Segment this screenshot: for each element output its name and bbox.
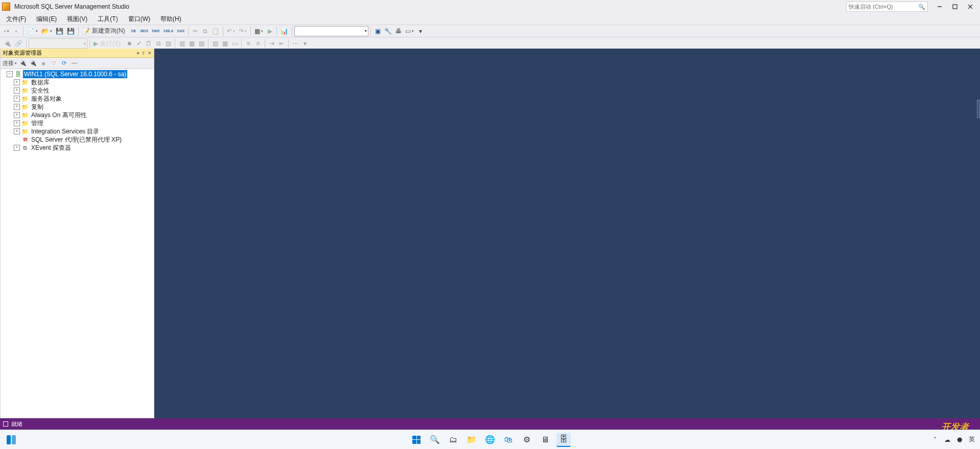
window-position-icon[interactable]: ▾ [137, 51, 139, 56]
task-view-button[interactable]: 🗂 [446, 433, 460, 447]
execute-button[interactable]: ▶ 执行(X) [92, 38, 124, 49]
tree-node-label[interactable]: Always On 高可用性 [30, 111, 88, 119]
expand-icon[interactable]: + [14, 87, 20, 94]
expand-icon[interactable]: + [14, 104, 20, 110]
store-icon[interactable]: 🛍 [501, 433, 516, 447]
dmx-query-icon[interactable]: DMX [150, 26, 161, 36]
estimated-plan-button[interactable]: 🗒 [144, 38, 153, 49]
database-selector[interactable]: ▾ [29, 38, 87, 49]
expand-icon[interactable]: + [14, 79, 20, 85]
new-query-button[interactable]: 📝 新建查询(N) [81, 26, 129, 36]
include-client-stats-button[interactable]: ▧ [197, 38, 206, 49]
minimize-button[interactable] [932, 1, 947, 12]
oe-activity-icon[interactable]: 〰 [70, 59, 78, 68]
oe-disconnect-button[interactable]: 🔌 [19, 59, 27, 68]
specify-values-button[interactable]: ⋯ [291, 38, 300, 49]
tree-node[interactable]: +📁安全性 [2, 86, 154, 95]
tree-node-label[interactable]: 服务器对象 [30, 95, 63, 103]
tray-chevron-icon[interactable]: ˄ [931, 436, 939, 444]
expand-icon[interactable]: + [14, 120, 20, 126]
pin-icon[interactable]: ⇧ [142, 51, 146, 56]
oe-refresh-button[interactable]: ⟳ [60, 59, 68, 68]
activity-monitor-button[interactable]: 📊 [279, 26, 290, 36]
object-explorer-titlebar[interactable]: 对象资源管理器 ▾ ⇧ ✕ [1, 49, 154, 58]
registered-servers-button[interactable]: ▣ [373, 26, 382, 36]
tree-node-label[interactable]: 管理 [30, 119, 44, 127]
oe-filter-button[interactable]: ▽ [50, 59, 58, 68]
connect-button[interactable]: 🔌 [2, 38, 13, 49]
indent-button[interactable]: ⇥ [267, 38, 276, 49]
menu-window[interactable]: 窗口(W) [123, 14, 155, 25]
taskbar-widgets-button[interactable] [4, 433, 18, 447]
object-explorer-tree[interactable]: − 🗄 WIN11 (SQL Server 16.0.1000.6 - sa) … [1, 69, 154, 418]
tree-node-label[interactable]: SQL Server 代理(已禁用代理 XP) [30, 136, 123, 144]
copy-button[interactable]: ⧉ [200, 26, 209, 36]
outdent-button[interactable]: ⇤ [277, 38, 286, 49]
comment-button[interactable]: ≡ [244, 38, 253, 49]
results-grid-button[interactable]: ▦ [220, 38, 229, 49]
close-button[interactable] [963, 1, 978, 12]
intellisense-button[interactable]: ▤ [164, 38, 173, 49]
include-stats-button[interactable]: ▦ [187, 38, 196, 49]
database-combo[interactable]: ▾ [294, 26, 368, 36]
change-connection-button[interactable]: 🔗 [13, 38, 24, 49]
tree-node[interactable]: 🛠SQL Server 代理(已禁用代理 XP) [2, 136, 154, 144]
results-file-button[interactable]: ▭ [230, 38, 239, 49]
start-button[interactable]: ▶ [265, 26, 274, 36]
query-options-button[interactable]: ⧉ [154, 38, 163, 49]
tree-root-row[interactable]: − 🗄 WIN11 (SQL Server 16.0.1000.6 - sa) [2, 70, 154, 78]
menu-edit[interactable]: 编辑(E) [31, 14, 62, 25]
tray-security-icon[interactable]: ⬣ [955, 436, 964, 444]
tree-node-label[interactable]: XEvent 探查器 [30, 144, 72, 152]
app-icon-2[interactable]: 🖥 [538, 433, 552, 447]
tree-node-label[interactable]: 安全性 [30, 86, 51, 95]
oe-filter-enable-button[interactable]: ■ [39, 59, 48, 68]
window-layout-button[interactable]: ▭▾ [404, 26, 415, 36]
start-button[interactable] [409, 433, 424, 447]
expand-icon[interactable]: + [14, 145, 20, 151]
uncomment-button[interactable]: ≡ [253, 38, 263, 49]
tree-node[interactable]: +📁服务器对象 [2, 95, 154, 103]
menu-help[interactable]: 帮助(H) [155, 14, 186, 25]
menu-tools[interactable]: 工具(T) [92, 14, 123, 25]
save-button[interactable]: 💾 [54, 26, 65, 36]
results-text-button[interactable]: ▤ [211, 38, 220, 49]
tree-node[interactable]: +📁复制 [2, 103, 154, 111]
menu-view[interactable]: 视图(V) [62, 14, 92, 25]
nav-forward-button[interactable]: ◦ [12, 26, 21, 36]
expand-icon[interactable]: + [14, 96, 20, 102]
redo-button[interactable]: ↷▾ [237, 26, 248, 36]
expand-icon[interactable]: + [14, 112, 20, 118]
xmla-query-icon[interactable]: XMLA [162, 26, 175, 36]
file-explorer-icon[interactable]: 📁 [464, 433, 479, 447]
search-icon[interactable]: 🔍 [918, 3, 925, 10]
toolbar2-overflow[interactable]: ▾ [300, 38, 310, 49]
undo-button[interactable]: ↶▾ [225, 26, 237, 36]
nav-back-button[interactable]: ◦▾ [2, 26, 11, 36]
paste-button[interactable]: 📋 [210, 26, 221, 36]
ssms-taskbar-icon[interactable]: 🗄 [556, 433, 571, 447]
toolbar-overflow[interactable]: ▾ [416, 26, 425, 36]
cut-button[interactable]: ✂ [191, 26, 200, 36]
new-project-button[interactable]: 📄▾ [26, 26, 39, 36]
taskbar-search-button[interactable]: 🔍 [428, 433, 442, 447]
quick-launch-box[interactable]: 快速启动 (Ctrl+Q) 🔍 [846, 2, 928, 12]
parse-button[interactable]: ✔ [134, 38, 144, 49]
expand-icon[interactable]: + [14, 128, 20, 134]
save-all-button[interactable]: 💾 [65, 26, 76, 36]
stop-button[interactable]: ■ [125, 38, 134, 49]
maximize-button[interactable] [947, 1, 963, 12]
de-query-icon[interactable]: DE [129, 26, 138, 36]
tree-node[interactable]: +📁管理 [2, 119, 154, 127]
tree-node-label[interactable]: 数据库 [30, 78, 51, 86]
open-button[interactable]: 📂▾ [40, 26, 54, 36]
oe-connect-button[interactable]: 连接▾ [3, 59, 17, 68]
app-icon-1[interactable]: ⚙ [520, 433, 534, 447]
tree-node-label[interactable]: Integration Services 目录 [30, 127, 100, 136]
dax-query-icon[interactable]: DAX [176, 26, 186, 36]
collapsed-panel-handle[interactable] [977, 100, 980, 118]
tree-node[interactable]: +📁数据库 [2, 78, 154, 86]
tree-node[interactable]: +📁Always On 高可用性 [2, 111, 154, 119]
panel-close-icon[interactable]: ✕ [148, 51, 152, 56]
edge-icon[interactable]: 🌐 [483, 433, 497, 447]
